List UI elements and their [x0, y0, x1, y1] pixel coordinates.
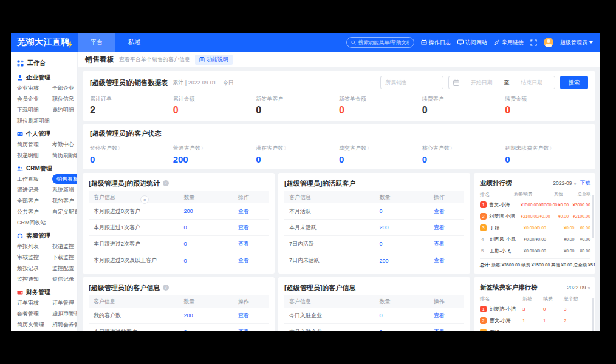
- tab-platform[interactable]: 平台: [78, 33, 115, 52]
- table-row: 今日跟进过的客户0查看: [89, 324, 269, 331]
- user-avatar[interactable]: [544, 38, 553, 47]
- sidebar-item-resume-folder-mgmt[interactable]: 简历夹管理: [17, 319, 52, 330]
- table-header: 客户信息数量操作: [89, 191, 269, 203]
- row-value-link[interactable]: 200: [379, 258, 434, 264]
- sidebar-item-product-config[interactable]: 产品配置: [17, 330, 52, 331]
- sidebar-item-order-mgmt[interactable]: 订单管理: [52, 297, 78, 308]
- sidebar-item-resume-mgmt[interactable]: 简历管理: [17, 139, 52, 150]
- sidebar-item-report-list[interactable]: 举报列表: [17, 241, 52, 252]
- sidebar-item-sales-board[interactable]: 销售看板: [52, 174, 78, 184]
- row-label: 我的客户数: [94, 312, 183, 320]
- row-value-link[interactable]: 0: [379, 241, 434, 247]
- action-operation-log[interactable]: 操作日志: [421, 39, 451, 47]
- tab-private[interactable]: 私域: [115, 33, 153, 52]
- sidebar-item-system-new[interactable]: 系统新增: [52, 184, 78, 195]
- sidebar-item-attendance-center[interactable]: 考勤中心: [52, 139, 78, 150]
- sidebar-item-resume-refresh-detail[interactable]: 简历刷新明细: [52, 150, 78, 161]
- date-separator: 至: [504, 79, 510, 87]
- rank-badge: 1: [480, 306, 487, 312]
- global-search-input[interactable]: [358, 39, 409, 46]
- month-selector[interactable]: 2022-09 ∨: [553, 180, 577, 186]
- view-link[interactable]: 查看: [238, 328, 264, 331]
- date-range-picker[interactable]: 开始日期 至 结束日期: [448, 76, 555, 89]
- row-value-link[interactable]: 0: [183, 258, 238, 264]
- sidebar-item-invite-detail[interactable]: 邀约明细: [52, 104, 77, 115]
- sidebar-item-work-board[interactable]: 工作看板: [17, 174, 52, 184]
- stat-closed-customers: 成交客户数〉0: [339, 144, 422, 164]
- sidebar-item-download-monitor[interactable]: 下载监控: [52, 252, 77, 263]
- view-link[interactable]: 查看: [238, 207, 264, 215]
- card-title: [超级管理员]的销售数据表: [90, 78, 168, 87]
- user-name: 超级管理员: [560, 39, 587, 47]
- search-button[interactable]: 搜索: [560, 76, 588, 89]
- sidebar-collapse-button[interactable]: «: [140, 195, 149, 204]
- sidebar-item-my-customers[interactable]: 我的客户: [52, 195, 78, 206]
- sidebar-item-sms-records[interactable]: 短信记录: [52, 274, 77, 285]
- sidebar-item-order-audit[interactable]: 订单审核: [17, 297, 52, 308]
- sidebar-item-package-mgmt[interactable]: 套餐管理: [17, 308, 52, 319]
- view-link[interactable]: 查看: [434, 207, 459, 215]
- view-link[interactable]: 查看: [434, 328, 459, 331]
- sidebar-item-public-customers[interactable]: 公共客户: [17, 206, 52, 217]
- user-menu[interactable]: 超级管理员: [560, 39, 593, 47]
- row-value-link[interactable]: 0: [183, 329, 238, 331]
- scrollbar-thumb[interactable]: [592, 195, 594, 238]
- row-value-link[interactable]: 0: [183, 224, 238, 231]
- sidebar-item-custom-config[interactable]: 自定义配置: [52, 206, 78, 217]
- sidebar-item-crm-recycle[interactable]: CRM回收站: [17, 217, 78, 228]
- sidebar-item-jobfair-coupon-mgmt[interactable]: 招聘会券管理: [52, 319, 78, 330]
- app-logo[interactable]: 芜湖大江直聘: [11, 37, 78, 48]
- sidebar-item-virtual-coin-mgmt[interactable]: 虚拟币管理: [52, 308, 78, 319]
- action-visit-site[interactable]: 访问网站: [457, 39, 487, 47]
- sidebar-item-contract-config[interactable]: 合同配置: [52, 330, 78, 331]
- sidebar-item-member-enterprises[interactable]: 会员企业: [17, 93, 52, 104]
- view-link[interactable]: 查看: [238, 224, 264, 232]
- row-value-link[interactable]: 200: [379, 224, 434, 231]
- view-link[interactable]: 查看: [238, 240, 264, 248]
- row-label: 7日内未活跃: [289, 257, 379, 265]
- sales-data-card: [超级管理员]的销售数据表 累计 | 2022-09-01 -- 今日 开始日期…: [83, 71, 595, 121]
- sidebar-item-enterprise-audit[interactable]: 企业审核: [17, 83, 52, 93]
- view-link[interactable]: 查看: [434, 257, 459, 265]
- sidebar-item-frequent-apply-records[interactable]: 频投记录: [17, 263, 52, 274]
- month-selector[interactable]: 2022-09 ∨: [567, 285, 590, 291]
- section-title: 客服管理: [26, 232, 50, 240]
- row-value-link[interactable]: 200: [183, 208, 238, 214]
- row-value-link[interactable]: 0: [379, 208, 434, 214]
- view-link[interactable]: 查看: [434, 312, 459, 320]
- sidebar-item-followup-records[interactable]: 跟进记录: [17, 184, 52, 195]
- global-search[interactable]: [346, 37, 414, 48]
- headset-icon: [17, 233, 23, 239]
- sidebar-item-all-enterprises[interactable]: 全部企业: [52, 83, 77, 93]
- sidebar-item-apply-monitor[interactable]: 投递监控: [52, 241, 77, 252]
- sidebar-item-job-refresh-detail[interactable]: 职位刷新明细: [17, 115, 77, 126]
- info-icon[interactable]: i: [163, 180, 169, 186]
- sidebar-item-download-detail[interactable]: 下载明细: [17, 104, 52, 115]
- scrollbar-thumb[interactable]: [592, 298, 594, 331]
- sidebar-item-job-info[interactable]: 职位信息: [52, 93, 77, 104]
- info-icon[interactable]: i: [163, 285, 169, 291]
- sidebar-item-audit-monitor[interactable]: 审核监控: [17, 252, 52, 263]
- fullscreen-icon[interactable]: [530, 39, 537, 46]
- seller-filter-input[interactable]: [380, 76, 443, 89]
- table-row: 7日内未活跃200查看: [284, 252, 464, 269]
- sidebar-item-workbench[interactable]: 工作台: [17, 56, 77, 70]
- view-link[interactable]: 查看: [238, 257, 264, 265]
- sidebar-item-apply-detail[interactable]: 投递明细: [17, 150, 52, 161]
- view-link[interactable]: 查看: [434, 240, 459, 248]
- sidebar-item-monitor-config[interactable]: 监控配置: [52, 263, 77, 274]
- rank-badge: 2: [480, 213, 487, 220]
- sidebar-item-monitor-notify[interactable]: 监控通知: [17, 274, 52, 285]
- sidebar-section-personal: 个人管理 简历管理 考勤中心 投递明细 简历刷新明细: [17, 129, 77, 161]
- download-link[interactable]: 下载: [580, 180, 590, 187]
- feature-help-chip[interactable]: 功能说明: [195, 55, 233, 65]
- stat-expired-unrenewed-customers: 到期未续费客户数〉0: [505, 144, 588, 164]
- action-common-links[interactable]: 常用链接: [494, 39, 524, 47]
- row-value-link[interactable]: 0: [183, 241, 238, 247]
- row-value-link[interactable]: 200: [183, 312, 238, 318]
- row-value-link[interactable]: 0: [379, 329, 434, 331]
- sidebar-item-all-customers[interactable]: 全部客户: [17, 195, 52, 206]
- row-value-link[interactable]: 0: [379, 312, 434, 318]
- view-link[interactable]: 查看: [434, 224, 459, 232]
- view-link[interactable]: 查看: [238, 312, 264, 320]
